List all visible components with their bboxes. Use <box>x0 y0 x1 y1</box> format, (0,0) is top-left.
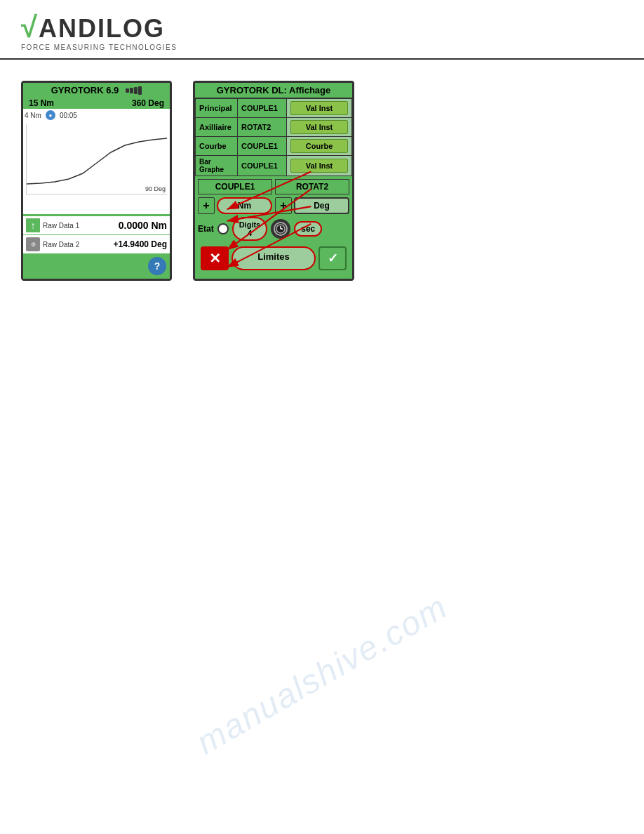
data-icon-2: ⚙ <box>26 237 40 251</box>
table-row: Courbe COUPLE1 Courbe <box>196 137 352 156</box>
deg-unit-btn[interactable]: Deg <box>294 197 349 214</box>
action-bar: ✕ Limites ✓ <box>198 244 349 273</box>
sec-label[interactable]: sec <box>294 221 322 237</box>
device-bottom-bar: ? <box>23 253 170 279</box>
right-title: GYROTORK DL: Affichage <box>195 83 352 98</box>
right-bottom: COUPLE1 ROTAT2 + Nm + Deg <box>195 176 352 276</box>
table-row: Principal COUPLE1 Val Inst <box>196 99 352 118</box>
cancel-button[interactable]: ✕ <box>201 246 229 270</box>
etat-label: Etat <box>198 224 214 234</box>
clock-btn[interactable] <box>271 219 290 239</box>
plus-btn-1[interactable]: + <box>198 197 215 214</box>
logo-subtitle: FORCE MEASURING TECHNOLOGIES <box>21 44 177 51</box>
plus-btn-2[interactable]: + <box>275 197 292 214</box>
watermark: manualshive.com <box>190 587 455 762</box>
ok-button[interactable]: ✓ <box>318 246 347 270</box>
chart-area: 90 Deg <box>26 124 167 194</box>
logo-wordmark: ANDILOG <box>39 14 165 43</box>
data-label-2: Raw Data 2 <box>43 241 79 249</box>
header: √ANDILOG FORCE MEASURING TECHNOLOGIES <box>0 0 644 60</box>
logo-text: √ANDILOG <box>21 13 177 42</box>
limites-button[interactable]: Limites <box>232 246 316 270</box>
device-screen: 4 Nm ● 00:05 90 Deg <box>23 109 170 214</box>
val-inst-btn-2[interactable]: Val Inst <box>290 120 348 134</box>
screen-label: 4 Nm <box>25 112 41 119</box>
help-button[interactable]: ? <box>148 257 166 275</box>
chart-label: 90 Deg <box>145 185 166 192</box>
table-row: BarGraphe COUPLE1 Val Inst <box>196 156 352 176</box>
data-row-2: ⚙ Raw Data 2 +14.9400 Deg <box>23 234 170 253</box>
right-panel: GYROTORK DL: Affichage Principal COUPLE1… <box>193 81 354 281</box>
etat-radio[interactable] <box>217 223 229 234</box>
val-inst-btn-1[interactable]: Val Inst <box>290 101 348 115</box>
unit-right: 360 Deg <box>132 98 164 108</box>
nm-unit-btn[interactable]: Nm <box>217 197 272 214</box>
unit-section-1: + Nm <box>198 197 272 214</box>
screen-time: 00:05 <box>60 112 77 119</box>
main-content: GYROTORK 6.9 15 Nm 360 Deg 4 Nm ● 00:05 <box>0 67 644 295</box>
etat-row: Etat Digits4 sec <box>198 217 349 241</box>
digits-btn[interactable]: Digits4 <box>232 217 268 241</box>
data-label-1: Raw Data 1 <box>43 222 79 230</box>
unit-left: 15 Nm <box>29 98 54 108</box>
section-headers: COUPLE1 ROTAT2 <box>198 179 349 194</box>
up-arrow-icon: ↑ <box>26 218 40 232</box>
chart-svg <box>27 124 167 194</box>
settings-table: Principal COUPLE1 Val Inst Axilliaire RO… <box>195 98 352 176</box>
val-inst-btn-3[interactable]: Val Inst <box>290 159 348 173</box>
table-row: Axilliaire ROTAT2 Val Inst <box>196 118 352 137</box>
clock-svg <box>275 223 286 234</box>
rotat2-header: ROTAT2 <box>275 179 349 194</box>
device-title: GYROTORK 6.9 <box>51 85 119 95</box>
unit-section-2: + Deg <box>275 197 349 214</box>
unit-row: + Nm + Deg <box>198 197 349 214</box>
time-badge-icon: ● <box>46 110 55 120</box>
battery-icon <box>126 86 142 95</box>
device-title-bar: GYROTORK 6.9 <box>23 83 170 98</box>
data-value-2: +14.9400 Deg <box>114 239 167 249</box>
left-panel: GYROTORK 6.9 15 Nm 360 Deg 4 Nm ● 00:05 <box>21 81 172 281</box>
logo: √ANDILOG FORCE MEASURING TECHNOLOGIES <box>21 13 177 51</box>
data-value-1: 0.0000 Nm <box>119 220 167 231</box>
data-row-1: ↑ Raw Data 1 0.0000 Nm <box>23 214 170 234</box>
courbe-btn[interactable]: Courbe <box>290 139 348 153</box>
clock-icon <box>274 222 288 236</box>
unit-bar: 15 Nm 360 Deg <box>23 98 170 109</box>
couple1-header: COUPLE1 <box>198 179 272 194</box>
